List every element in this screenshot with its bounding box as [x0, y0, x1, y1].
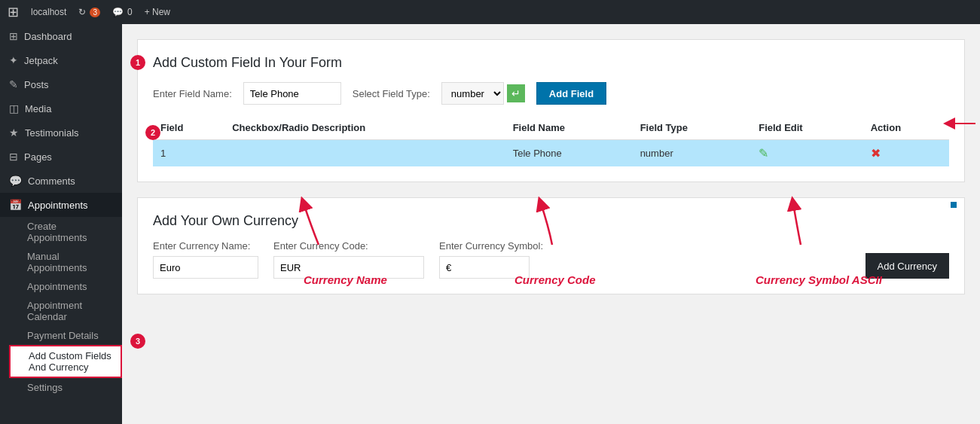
sidebar-item-posts[interactable]: ✎ Posts — [0, 72, 122, 96]
wp-logo-item[interactable]: ⊞ — [8, 4, 19, 20]
currency-code-label: Enter Currency Code: — [273, 240, 424, 252]
currency-symbol-label: Enter Currency Symbol: — [439, 240, 543, 252]
sidebar-label-jetpack: Jetpack — [24, 55, 58, 66]
sidebar-item-appointments[interactable]: 📅 Appointments — [0, 193, 122, 217]
dashboard-icon: ⊞ — [9, 30, 18, 42]
comments-item[interactable]: 💬 0 — [112, 7, 133, 17]
step-badge-2: 2 — [145, 125, 160, 140]
updates-item[interactable]: ↻ 3 — [78, 7, 100, 17]
cell-delete[interactable]: ✖ — [863, 140, 949, 167]
custom-field-panel: 1 Add Custom Field In Your Form Enter Fi… — [137, 39, 965, 182]
delete-icon[interactable]: ✖ — [871, 147, 881, 160]
sidebar-item-settings[interactable]: Settings — [9, 378, 122, 397]
cell-field-type: number — [633, 140, 752, 167]
cell-id: 1 — [153, 140, 224, 167]
cell-edit[interactable]: ✎ — [751, 140, 862, 167]
col-field-edit: Field Edit — [751, 116, 862, 140]
sidebar-item-jetpack[interactable]: ✦ Jetpack — [0, 48, 122, 72]
sidebar-item-media[interactable]: ◫ Media — [0, 96, 122, 120]
col-field-name: Field Name — [505, 116, 633, 140]
create-appointments-label: Create Appointments — [27, 221, 87, 243]
appointments-list-label: Appointments — [27, 281, 87, 292]
admin-bar: ⊞ localhost ↻ 3 💬 0 + New — [0, 0, 980, 24]
pages-icon: ⊟ — [9, 151, 18, 163]
field-name-label: Enter Field Name: — [153, 88, 232, 99]
sidebar-item-comments[interactable]: 💬 Comments — [0, 169, 122, 193]
sidebar-item-manual-appointments[interactable]: Manual Appointments — [9, 247, 122, 277]
sidebar-item-appointment-calendar[interactable]: Appointment Calendar — [9, 296, 122, 326]
posts-icon: ✎ — [9, 78, 18, 90]
sidebar-label-media: Media — [25, 103, 51, 114]
sidebar-label-comments: Comments — [28, 175, 75, 187]
comments-count: 0 — [127, 7, 133, 17]
step-badge-3: 3 — [130, 334, 145, 349]
sidebar-item-add-custom-fields[interactable]: Add Custom Fields And Currency — [9, 345, 122, 378]
currency-name-field: Enter Currency Name: — [153, 240, 258, 279]
cell-field-name: Tele Phone — [505, 140, 633, 167]
custom-field-table-wrapper: 2 Field Checkbox/Radio Description Field… — [153, 116, 949, 166]
currency-name-input[interactable] — [153, 256, 258, 279]
content-area: Enter Field Name Select Field Type 1 Add… — [122, 24, 980, 424]
media-icon: ◫ — [9, 102, 19, 114]
new-item[interactable]: + New — [145, 7, 170, 17]
wp-logo-icon: ⊞ — [8, 4, 19, 20]
sidebar-label-posts: Posts — [24, 79, 49, 90]
sidebar-item-dashboard[interactable]: ⊞ Dashboard — [0, 24, 122, 48]
add-custom-fields-label: Add Custom Fields And Currency — [29, 350, 111, 373]
sidebar-label-pages: Pages — [24, 151, 52, 163]
currency-section: Add Your Own Currency Enter Currency Nam… — [137, 197, 965, 294]
currency-name-label: Enter Currency Name: — [153, 240, 258, 252]
settings-label: Settings — [27, 382, 63, 393]
arrow-delete — [934, 112, 979, 135]
testimonials-icon: ★ — [9, 127, 19, 139]
add-currency-button[interactable]: Add Currency — [866, 253, 949, 279]
currency-form-row: Enter Currency Name: Enter Currency Code… — [153, 240, 949, 279]
mini-square — [951, 202, 957, 208]
appointment-calendar-label: Appointment Calendar — [27, 300, 82, 322]
custom-field-form-row: Enter Field Name: Select Field Type: num… — [153, 82, 949, 105]
sidebar: ⊞ Dashboard ✦ Jetpack ✎ Posts ◫ Media ★ … — [0, 24, 122, 424]
currency-code-field: Enter Currency Code: — [273, 240, 424, 279]
table-row: 1 Tele Phone number ✎ ✖ — [153, 140, 949, 167]
field-type-select[interactable]: number text email date — [441, 82, 504, 105]
col-field: Field — [153, 116, 224, 140]
sidebar-item-create-appointments[interactable]: Create Appointments — [9, 217, 122, 247]
payment-details-label: Payment Details — [27, 330, 99, 341]
currency-symbol-input[interactable] — [439, 256, 530, 279]
new-label: + New — [145, 7, 170, 17]
field-type-label: Select Field Type: — [353, 88, 430, 99]
custom-field-table: Field Checkbox/Radio Description Field N… — [153, 116, 949, 166]
sidebar-label-testimonials: Testimonials — [25, 127, 79, 139]
add-field-button[interactable]: Add Field — [536, 82, 606, 105]
site-name-item[interactable]: localhost — [31, 7, 66, 17]
jetpack-icon: ✦ — [9, 54, 18, 66]
comments-nav-icon: 💬 — [9, 175, 22, 187]
sidebar-label-dashboard: Dashboard — [24, 31, 72, 42]
edit-icon[interactable]: ✎ — [759, 147, 768, 160]
col-checkbox-desc: Checkbox/Radio Description — [224, 116, 505, 140]
custom-field-title: Add Custom Field In Your Form — [153, 55, 949, 71]
sidebar-label-appointments: Appointments — [28, 200, 88, 211]
comments-icon: 💬 — [112, 7, 124, 17]
field-type-wrapper: number text email date ↵ — [441, 82, 525, 105]
step-badge-1: 1 — [130, 55, 145, 70]
updates-icon: ↻ — [78, 7, 86, 17]
sidebar-item-appointments-list[interactable]: Appointments — [9, 277, 122, 296]
sidebar-item-payment-details[interactable]: Payment Details — [9, 326, 122, 345]
currency-section-title: Add Your Own Currency — [153, 213, 949, 229]
updates-badge: 3 — [90, 8, 100, 17]
sidebar-item-testimonials[interactable]: ★ Testimonials — [0, 120, 122, 145]
currency-symbol-field: Enter Currency Symbol: — [439, 240, 543, 279]
field-type-confirm-icon[interactable]: ↵ — [507, 84, 525, 102]
sidebar-item-pages[interactable]: ⊟ Pages — [0, 145, 122, 169]
sidebar-sub-menu: Create Appointments Manual Appointments … — [0, 217, 122, 397]
currency-code-input[interactable] — [273, 256, 424, 279]
cell-checkbox-desc — [224, 140, 505, 167]
manual-appointments-label: Manual Appointments — [27, 251, 87, 273]
field-name-input[interactable] — [243, 82, 341, 105]
appointments-icon: 📅 — [9, 199, 22, 211]
col-field-type: Field Type — [633, 116, 752, 140]
site-name: localhost — [31, 7, 66, 17]
